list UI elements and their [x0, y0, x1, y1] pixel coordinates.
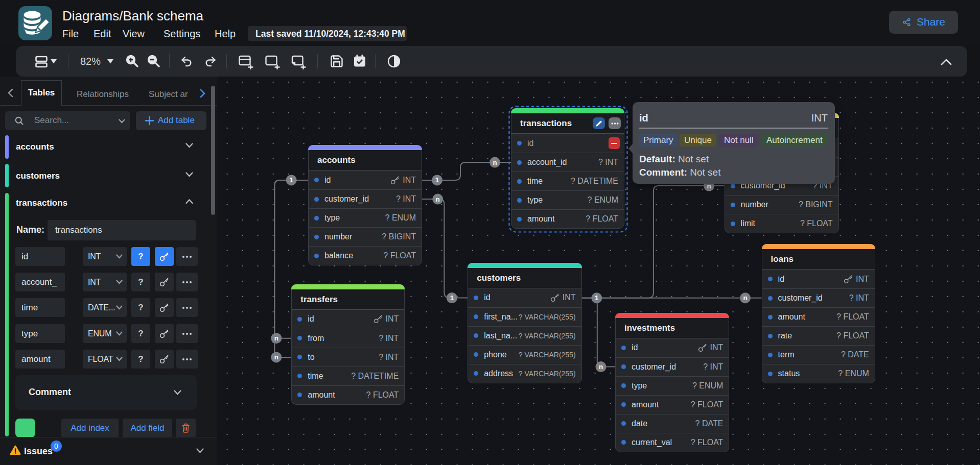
svg-text:1: 1 [595, 294, 599, 302]
svg-text:n: n [274, 334, 278, 342]
svg-text:n: n [743, 294, 747, 302]
svg-text:n: n [493, 159, 497, 166]
svg-text:1: 1 [435, 176, 439, 184]
svg-text:1: 1 [450, 294, 454, 302]
svg-text:n: n [436, 195, 440, 203]
svg-text:1: 1 [289, 176, 293, 184]
svg-text:n: n [274, 353, 278, 361]
svg-text:n: n [599, 363, 603, 371]
